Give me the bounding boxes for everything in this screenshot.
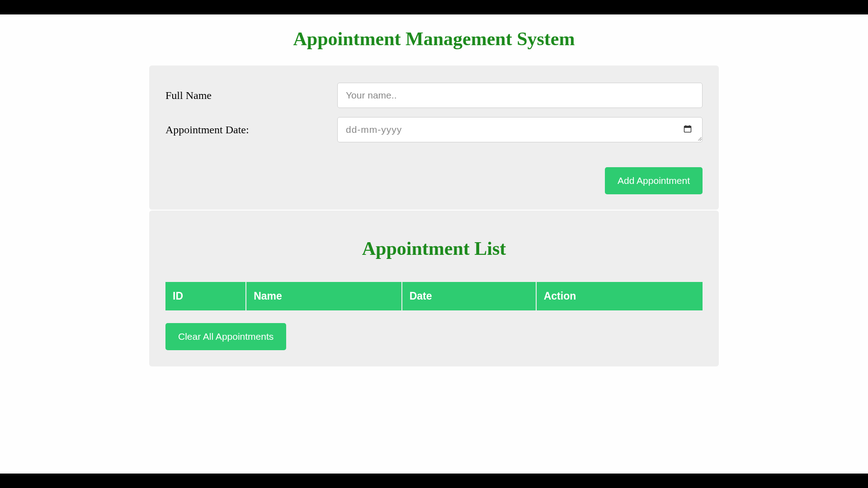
resize-handle-icon[interactable] xyxy=(696,136,702,141)
full-name-label: Full Name xyxy=(165,89,337,102)
full-name-row: Full Name xyxy=(165,83,703,108)
clear-button-row: Clear All Appointments xyxy=(165,323,703,350)
full-name-input[interactable] xyxy=(337,83,703,108)
appointment-form-card: Full Name Appointment Date: xyxy=(149,66,719,210)
date-input-wrap xyxy=(337,117,703,142)
appointment-table: ID Name Date Action xyxy=(165,282,703,310)
appointment-list-card: Appointment List ID Name Date Action Cle… xyxy=(149,211,719,366)
column-header-id: ID xyxy=(165,282,246,310)
main-container: Appointment Management System Full Name … xyxy=(72,28,796,366)
page-title: Appointment Management System xyxy=(149,28,719,50)
column-header-name: Name xyxy=(246,282,402,310)
table-header-row: ID Name Date Action xyxy=(165,282,703,310)
list-title: Appointment List xyxy=(165,238,703,259)
date-label: Appointment Date: xyxy=(165,124,337,136)
date-row: Appointment Date: xyxy=(165,117,703,142)
column-header-action: Action xyxy=(536,282,703,310)
add-button-row: Add Appointment xyxy=(165,167,703,194)
clear-all-button[interactable]: Clear All Appointments xyxy=(165,323,286,350)
add-appointment-button[interactable]: Add Appointment xyxy=(605,167,703,194)
appointment-date-input[interactable] xyxy=(337,117,703,142)
full-name-input-wrap xyxy=(337,83,703,108)
column-header-date: Date xyxy=(402,282,536,310)
letterbox-top xyxy=(0,0,868,14)
